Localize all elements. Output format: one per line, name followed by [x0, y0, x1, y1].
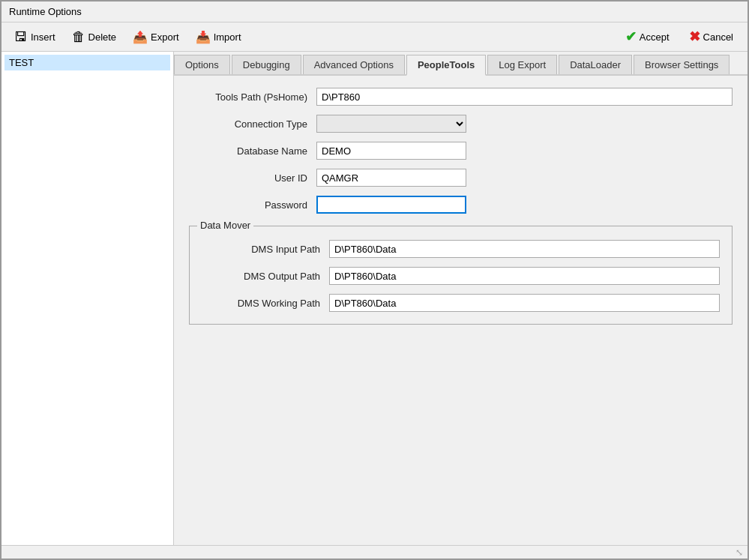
import-button[interactable]: 📥 Import — [189, 27, 248, 47]
export-label: Export — [151, 31, 179, 43]
database-name-input[interactable] — [316, 142, 466, 160]
data-mover-legend: Data Mover — [197, 220, 253, 231]
dms-output-path-input[interactable] — [329, 267, 720, 285]
resize-icon: ⤡ — [736, 547, 743, 558]
window-title: Runtime Options — [9, 6, 82, 17]
dms-working-path-input[interactable] — [329, 294, 720, 312]
bottom-bar: ⤡ — [1, 545, 748, 559]
connection-type-select[interactable] — [316, 115, 466, 133]
checkmark-icon: ✔ — [625, 28, 637, 45]
tools-path-row: Tools Path (PsHome) — [189, 88, 733, 106]
tab-people-tools-label: PeopleTools — [418, 59, 475, 70]
delete-button[interactable]: 🗑 Delete — [65, 26, 124, 48]
connection-type-row: Connection Type — [189, 115, 733, 133]
dms-input-path-row: DMS Input Path — [202, 240, 720, 258]
sidebar: TEST — [1, 52, 174, 545]
toolbar: 🖫 Insert 🗑 Delete 📤 Export 📥 Import ✔ Ac… — [1, 22, 748, 52]
dms-working-path-label: DMS Working Path — [202, 298, 329, 309]
sidebar-item-test[interactable]: TEST — [4, 55, 170, 70]
import-icon: 📥 — [196, 30, 211, 44]
tabs: Options Debugging Advanced Options Peopl… — [174, 52, 748, 76]
sidebar-item-label: TEST — [9, 57, 34, 68]
password-input[interactable] — [316, 196, 466, 214]
tab-dataloader[interactable]: DataLoader — [559, 55, 632, 74]
dms-output-path-row: DMS Output Path — [202, 267, 720, 285]
tab-advanced-options[interactable]: Advanced Options — [303, 55, 405, 74]
tab-browser-settings[interactable]: Browser Settings — [634, 55, 730, 74]
title-bar: Runtime Options — [1, 1, 748, 22]
password-label: Password — [189, 199, 316, 211]
insert-label: Insert — [31, 31, 55, 43]
main-content: TEST Options Debugging Advanced Options … — [1, 52, 748, 545]
tab-log-export[interactable]: Log Export — [487, 55, 557, 74]
dms-output-path-label: DMS Output Path — [202, 271, 329, 282]
tab-debugging-label: Debugging — [243, 59, 290, 70]
dms-input-path-input[interactable] — [329, 240, 720, 258]
user-id-row: User ID — [189, 169, 733, 187]
export-icon: 📤 — [133, 30, 148, 44]
user-id-label: User ID — [189, 172, 316, 184]
tab-people-tools[interactable]: PeopleTools — [406, 55, 486, 76]
password-row: Password — [189, 196, 733, 214]
tab-advanced-options-label: Advanced Options — [314, 59, 394, 70]
database-name-label: Database Name — [189, 145, 316, 157]
cancel-button[interactable]: ✖ Cancel — [681, 25, 742, 48]
import-label: Import — [214, 31, 241, 43]
accept-button[interactable]: ✔ Accept — [617, 25, 678, 48]
database-name-row: Database Name — [189, 142, 733, 160]
tools-path-input[interactable] — [316, 88, 733, 106]
delete-label: Delete — [88, 31, 117, 43]
tab-browser-settings-label: Browser Settings — [645, 59, 718, 70]
insert-button[interactable]: 🖫 Insert — [7, 26, 62, 48]
tab-options[interactable]: Options — [174, 55, 230, 74]
tab-dataloader-label: DataLoader — [570, 59, 621, 70]
dms-working-path-row: DMS Working Path — [202, 294, 720, 312]
accept-label: Accept — [640, 31, 670, 43]
export-button[interactable]: 📤 Export — [126, 27, 186, 47]
tools-path-label: Tools Path (PsHome) — [189, 91, 316, 103]
content-area: Options Debugging Advanced Options Peopl… — [174, 52, 748, 545]
tab-content-people-tools: Tools Path (PsHome) Connection Type Data… — [174, 76, 748, 545]
user-id-input[interactable] — [316, 169, 466, 187]
dms-input-path-label: DMS Input Path — [202, 244, 329, 255]
xmark-icon: ✖ — [689, 28, 700, 45]
connection-type-label: Connection Type — [189, 118, 316, 130]
insert-icon: 🖫 — [14, 29, 28, 45]
runtime-options-window: Runtime Options 🖫 Insert 🗑 Delete 📤 Expo… — [0, 0, 749, 560]
cancel-label: Cancel — [703, 31, 733, 43]
tab-log-export-label: Log Export — [499, 59, 546, 70]
data-mover-group: Data Mover DMS Input Path DMS Output Pat… — [189, 226, 733, 325]
tab-debugging[interactable]: Debugging — [232, 55, 301, 74]
delete-icon: 🗑 — [72, 29, 85, 45]
tab-options-label: Options — [185, 59, 219, 70]
